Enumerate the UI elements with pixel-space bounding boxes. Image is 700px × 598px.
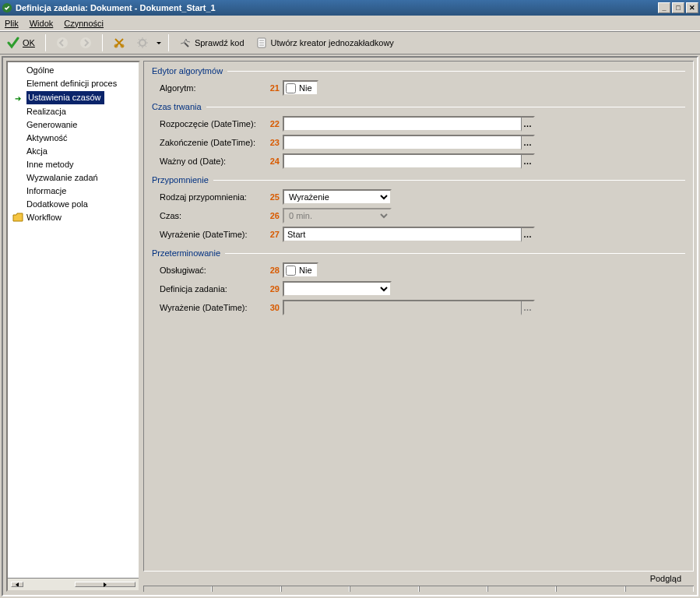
end-field: … (283, 135, 535, 150)
algorithm-check-label: Nie (299, 83, 312, 93)
sidebar-item-info[interactable]: Informacje (9, 185, 139, 198)
tab-stub[interactable] (556, 586, 624, 592)
check-code-button[interactable]: Sprawdź kod (175, 33, 248, 52)
nav-back-button[interactable] (52, 33, 72, 52)
handle-check-label: Nie (299, 266, 312, 275)
group-editor-title: Edytor algorytmów (152, 66, 223, 76)
settings-button[interactable] (132, 33, 153, 52)
tab-stub[interactable] (212, 586, 280, 592)
window-buttons: _ □ ✕ (656, 2, 698, 13)
start-field: … (283, 116, 535, 132)
minimize-button[interactable]: _ (658, 2, 670, 13)
divider (227, 71, 685, 72)
sidebar-item-action[interactable]: Akcja (9, 145, 139, 158)
row-end: Zakończenie (DateTime): 23 … (152, 135, 685, 150)
close-button[interactable]: ✕ (686, 2, 698, 13)
sidebar-item-other-methods[interactable]: Inne metody (9, 158, 139, 171)
tab-stub[interactable] (487, 586, 556, 592)
menu-actions[interactable]: Czynności (64, 19, 104, 28)
svg-point-2 (80, 37, 91, 48)
time-field: 0 min. (283, 208, 392, 223)
scroll-right-button[interactable] (75, 582, 135, 587)
expr-picker-button[interactable]: … (521, 227, 535, 242)
tab-stub[interactable] (143, 586, 212, 592)
tab-stub[interactable] (625, 586, 694, 592)
group-overdue: Przeterminowanie Obsługiwać: 28 Nie Defi… (152, 248, 685, 315)
nav-forward-button[interactable] (76, 33, 96, 52)
expr2-field: … (283, 300, 535, 315)
create-wizard-button[interactable]: Utwórz kreator jednozakładkowy (252, 33, 398, 52)
valid-input[interactable] (283, 153, 521, 169)
algorithm-checkbox-wrap[interactable]: Nie (283, 80, 318, 96)
end-num: 23 (266, 138, 280, 147)
valid-picker-button[interactable]: … (521, 153, 535, 169)
menu-view[interactable]: Widok (30, 19, 54, 28)
expr-input[interactable] (283, 227, 521, 242)
valid-label: Ważny od (Date): (152, 157, 266, 166)
preview-label[interactable]: Podgląd (650, 574, 681, 583)
settings-dropdown[interactable] (156, 33, 162, 52)
scroll-left-button[interactable] (11, 582, 23, 587)
expr-field: … (283, 227, 535, 242)
expr-label: Wyrażenie (DateTime): (152, 230, 266, 239)
taskdef-select[interactable] (283, 281, 392, 297)
end-label: Zakończenie (DateTime): (152, 138, 266, 147)
handle-checkbox-wrap[interactable]: Nie (283, 262, 318, 278)
time-select: 0 min. (283, 208, 392, 223)
form-area: Edytor algorytmów Algorytm: 21 Nie (143, 61, 694, 572)
window-title: Definicja zadania: Dokument - Dokument_S… (16, 3, 656, 12)
start-picker-button[interactable]: … (521, 116, 535, 132)
toolbar: OK Sprawdź kod Utwórz kreator jednozakła… (0, 31, 700, 55)
group-reminder-title-row: Przypomnienie (152, 175, 685, 185)
sidebar-item-triggering[interactable]: Wyzwalanie zadań (9, 171, 139, 185)
tab-stub[interactable] (350, 586, 418, 592)
expr2-picker-button: … (521, 300, 535, 315)
group-duration: Czas trwania Rozpoczęcie (DateTime): 22 … (152, 102, 685, 169)
tab-stub[interactable] (281, 586, 350, 592)
sidebar-item-workflow[interactable]: Workflow (9, 211, 139, 224)
kind-field: Wyrażenie (283, 189, 392, 205)
check-code-label: Sprawdź kod (195, 38, 244, 47)
algorithm-num: 21 (266, 83, 280, 93)
cut-button[interactable] (109, 33, 129, 52)
group-overdue-title-row: Przeterminowanie (152, 248, 685, 258)
sidebar: Ogólne Element definicji proces ➔ Ustawi… (6, 61, 140, 592)
sidebar-item-extra-fields[interactable]: Dodatkowe pola (9, 198, 139, 211)
expr2-label: Wyrażenie (DateTime): (152, 303, 266, 312)
menu-file[interactable]: Plik (5, 19, 19, 28)
algorithm-label: Algorytm: (152, 83, 266, 93)
expr2-num: 30 (266, 303, 280, 312)
row-algorithm: Algorytm: 21 Nie (152, 80, 685, 96)
sidebar-item-realization[interactable]: Realizacja (9, 105, 139, 118)
start-num: 22 (266, 119, 280, 128)
bottom-tabstrip (143, 586, 694, 592)
separator (102, 34, 103, 51)
scroll-track[interactable] (25, 579, 73, 590)
tree: Ogólne Element definicji proces ➔ Ustawi… (8, 62, 139, 578)
sidebar-item-generation[interactable]: Generowanie (9, 118, 139, 132)
group-reminder-title: Przypomnienie (152, 175, 209, 185)
sidebar-item-activity[interactable]: Aktywność (9, 132, 139, 145)
sidebar-item-times-wrap[interactable]: ➔ Ustawienia czasów (9, 90, 139, 105)
sidebar-hscroll[interactable] (8, 578, 139, 590)
divider (213, 180, 685, 181)
row-valid: Ważny od (Date): 24 … (152, 153, 685, 169)
row-taskdef: Definicja zadania: 29 (152, 281, 685, 297)
expr-num: 27 (266, 230, 280, 239)
sidebar-item-general[interactable]: Ogólne (9, 64, 139, 77)
end-input[interactable] (283, 135, 521, 150)
handle-checkbox[interactable] (286, 266, 296, 276)
kind-select[interactable]: Wyrażenie (283, 189, 392, 205)
taskdef-num: 29 (266, 284, 280, 294)
taskdef-field (283, 281, 392, 297)
sidebar-item-times[interactable]: Ustawienia czasów (26, 91, 104, 104)
current-arrow-icon: ➔ (15, 93, 21, 104)
handle-num: 28 (266, 266, 280, 275)
algorithm-checkbox[interactable] (286, 83, 296, 93)
maximize-button[interactable]: □ (672, 2, 684, 13)
tab-stub[interactable] (419, 586, 487, 592)
sidebar-item-element[interactable]: Element definicji proces (9, 77, 139, 90)
start-input[interactable] (283, 116, 521, 132)
ok-button[interactable]: OK (3, 33, 39, 52)
end-picker-button[interactable]: … (521, 135, 535, 150)
